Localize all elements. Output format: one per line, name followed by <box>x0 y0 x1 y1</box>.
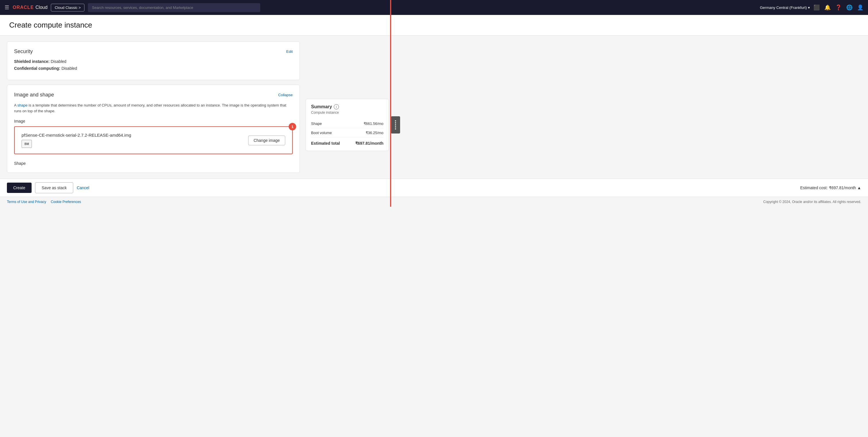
region-chevron-icon: ▾ <box>808 5 810 10</box>
notifications-icon[interactable]: 🔔 <box>824 4 831 11</box>
summary-info-icon[interactable]: i <box>334 104 339 110</box>
top-navigation: ☰ ORACLE Cloud Cloud Classic > Germany C… <box>0 0 868 15</box>
save-as-stack-button[interactable]: Save as stack <box>35 182 73 193</box>
change-image-button[interactable]: Change image <box>248 135 285 145</box>
summary-panel: Summary i Compute instance Shape ₹661.56… <box>306 99 389 151</box>
footer-links: Terms of Use and Privacy Cookie Preferen… <box>7 200 81 204</box>
cost-chevron-icon[interactable]: ▲ <box>857 186 861 190</box>
confidential-computing-row: Confidential computing: Disabled <box>14 66 293 71</box>
terms-link[interactable]: Terms of Use and Privacy <box>7 200 46 204</box>
page-title: Create compute instance <box>9 21 859 30</box>
scrollbar-dot-4 <box>395 126 396 127</box>
summary-total-row: Estimated total ₹697.81/month <box>311 137 383 146</box>
summary-shape-label: Shape <box>311 121 322 126</box>
security-edit-link[interactable]: Edit <box>286 50 293 54</box>
language-icon[interactable]: 🌐 <box>846 4 852 11</box>
cancel-link[interactable]: Cancel <box>77 186 89 190</box>
image-shape-panel-title: Image and shape <box>14 92 54 98</box>
summary-boot-value: ₹36.25/mo <box>366 131 383 135</box>
nav-icon-group: ⬛ 🔔 ❓ 🌐 👤 <box>813 4 863 11</box>
summary-boot-row: Boot volume ₹36.25/mo <box>311 128 383 137</box>
summary-area: 2 Summary i Compute instance Shape ₹661.… <box>306 41 389 173</box>
summary-shape-value: ₹661.56/mo <box>364 121 383 126</box>
shielded-instance-val: Disabled <box>51 59 66 64</box>
image-shape-panel: Image and shape Collapse A shape is a te… <box>7 85 300 173</box>
cloud-classic-button[interactable]: Cloud Classic > <box>51 4 85 11</box>
scrollbar-dot-1 <box>395 120 396 121</box>
shielded-instance-row: Shielded instance: Disabled <box>14 59 293 64</box>
user-avatar-icon[interactable]: 👤 <box>857 4 863 11</box>
estimated-cost-display: Estimated cost: ₹697.81/month ▲ <box>800 186 861 190</box>
scrollbar-dot-2 <box>395 122 396 123</box>
region-label: Germany Central (Frankfurt) <box>760 5 807 10</box>
estimated-cost-text: Estimated cost: ₹697.81/month <box>800 186 856 190</box>
summary-title: Summary <box>311 104 332 110</box>
create-button[interactable]: Create <box>7 183 32 193</box>
page-footer: Terms of Use and Privacy Cookie Preferen… <box>0 197 868 207</box>
confidential-computing-val: Disabled <box>61 66 77 71</box>
bottom-action-bar: Create Save as stack Cancel Estimated co… <box>0 179 868 197</box>
cloud-brand-text: Cloud <box>36 5 48 10</box>
scrollbar-dot-5 <box>395 128 396 129</box>
image-field-label: Image <box>14 119 293 123</box>
summary-total-value: ₹697.81/month <box>355 141 383 146</box>
scrollbar-dot-3 <box>395 124 396 125</box>
summary-boot-label: Boot volume <box>311 131 332 135</box>
security-panel: Security Edit Shielded instance: Disable… <box>7 41 300 80</box>
image-info: pfSense-CE-memstick-serial-2.7.2-RELEASE… <box>22 133 131 148</box>
annotation-border-right <box>390 0 391 207</box>
cloud-shell-icon[interactable]: ⬛ <box>813 4 820 11</box>
shape-field-label: Shape <box>14 161 293 166</box>
summary-header: Summary i <box>311 104 383 110</box>
hamburger-menu-icon[interactable]: ☰ <box>5 4 9 11</box>
cookie-preferences-link[interactable]: Cookie Preferences <box>51 200 81 204</box>
page-header: Create compute instance <box>0 15 868 36</box>
help-icon[interactable]: ❓ <box>835 4 842 11</box>
image-selector-box[interactable]: pfSense-CE-memstick-serial-2.7.2-RELEASE… <box>14 126 293 154</box>
image-shape-collapse-link[interactable]: Collapse <box>278 93 293 97</box>
image-shape-panel-header: Image and shape Collapse <box>14 92 293 98</box>
summary-subtitle: Compute instance <box>311 111 383 115</box>
region-selector[interactable]: Germany Central (Frankfurt) ▾ <box>760 5 810 10</box>
shielded-instance-label: Shielded instance: <box>14 59 50 64</box>
security-panel-header: Security Edit <box>14 49 293 55</box>
desc-part2: is a template that determines the number… <box>14 103 286 113</box>
left-panels: Security Edit Shielded instance: Disable… <box>7 41 300 173</box>
annotation-badge-1: 1 <box>289 123 296 130</box>
brand-logo: ORACLE Cloud <box>13 5 48 10</box>
shape-link[interactable]: shape <box>18 103 28 107</box>
image-shape-description: A shape is a template that determines th… <box>14 102 293 114</box>
copyright-text: Copyright © 2024, Oracle and/or its affi… <box>763 200 861 204</box>
global-search-input[interactable] <box>88 3 260 12</box>
main-content-area: Security Edit Shielded instance: Disable… <box>0 36 868 179</box>
security-panel-title: Security <box>14 49 33 55</box>
summary-total-label: Estimated total <box>311 141 340 146</box>
summary-shape-row: Shape ₹661.56/mo <box>311 119 383 128</box>
image-name-text: pfSense-CE-memstick-serial-2.7.2-RELEASE… <box>22 133 131 137</box>
image-type-badge: BM <box>22 140 32 148</box>
confidential-computing-label: Confidential computing: <box>14 66 60 71</box>
desc-part1: A <box>14 103 18 107</box>
oracle-brand-text: ORACLE <box>13 5 34 10</box>
scrollbar-handle-icon[interactable] <box>391 116 400 133</box>
